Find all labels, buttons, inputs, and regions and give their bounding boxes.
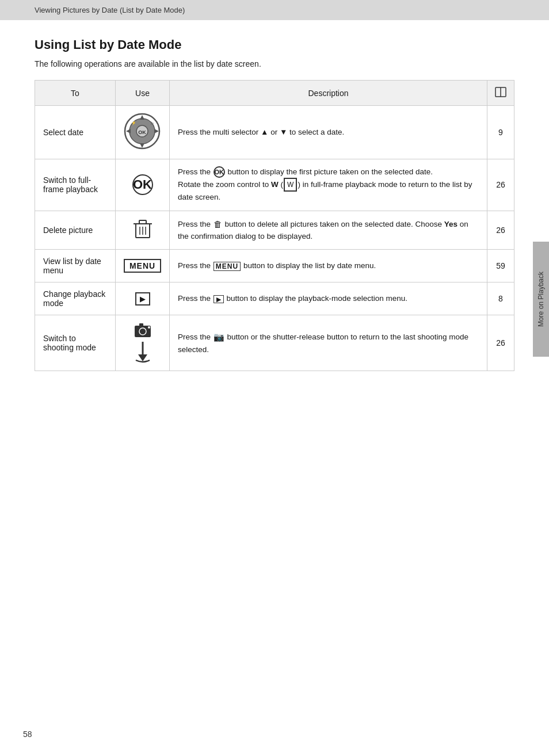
- row-to-playback: Change playback mode: [35, 282, 116, 315]
- row-use-select-date: OK ⚡ ▷: [116, 106, 170, 159]
- inline-w-box-icon: W: [284, 178, 297, 192]
- svg-marker-6: [140, 115, 144, 120]
- row-to-viewlist: View list by date menu: [35, 250, 116, 282]
- row-use-playback: ▶: [116, 282, 170, 315]
- row-use-shooting: [116, 315, 170, 371]
- shooting-icons: [124, 322, 161, 364]
- row-ref-viewlist: 59: [487, 250, 514, 282]
- col-header-description: Description: [170, 81, 487, 106]
- inline-play-icon: ▶: [214, 295, 224, 303]
- svg-marker-8: [126, 129, 131, 133]
- row-desc-delete: Press the 🗑 button to delete all picture…: [170, 211, 487, 250]
- main-content: Using List by Date Mode The following op…: [0, 20, 549, 406]
- menu-icon: MENU: [124, 259, 161, 273]
- svg-marker-7: [140, 143, 144, 148]
- subtitle: The following operations are available i…: [35, 59, 514, 68]
- page-title: Using List by Date Mode: [35, 37, 514, 52]
- row-to-fullframe: Switch to full-frame playback: [35, 159, 116, 211]
- row-ref-shooting: 26: [487, 315, 514, 371]
- table-row: Switch to shooting mode: [35, 315, 514, 371]
- camera-icon: [134, 322, 152, 338]
- svg-text:OK: OK: [138, 129, 146, 135]
- table-row: Change playback mode ▶ Press the ▶ butto…: [35, 282, 514, 315]
- row-use-viewlist: MENU: [116, 250, 170, 282]
- row-desc-shooting: Press the 📷 button or the shutter-releas…: [170, 315, 487, 371]
- col-header-use: Use: [116, 81, 170, 106]
- svg-point-21: [148, 326, 150, 329]
- row-desc-fullframe: Press the OK button to display the first…: [170, 159, 487, 211]
- multiselector-icon: OK ⚡ ▷: [124, 113, 161, 150]
- table-row: Switch to full-frame playback OK Press t…: [35, 159, 514, 211]
- svg-rect-20: [139, 323, 143, 326]
- svg-text:▷: ▷: [151, 121, 154, 125]
- inline-camera-icon: 📷: [214, 332, 224, 342]
- row-to-select-date: Select date: [35, 106, 116, 159]
- row-to-shooting: Switch to shooting mode: [35, 315, 116, 371]
- table-row: Select date OK: [35, 106, 514, 159]
- row-use-delete: [116, 211, 170, 250]
- main-table: To Use Description Select date: [35, 80, 514, 371]
- svg-rect-14: [139, 220, 146, 224]
- row-desc-select-date: Press the multi selector ▲ or ▼ to selec…: [170, 106, 487, 159]
- svg-marker-9: [154, 129, 159, 133]
- breadcrumb: Viewing Pictures by Date (List by Date M…: [0, 0, 549, 20]
- play-icon: ▶: [135, 292, 150, 306]
- book-icon: [494, 86, 507, 98]
- table-row: Delete picture Press the 🗑 button to del…: [35, 211, 514, 250]
- svg-marker-23: [138, 354, 147, 361]
- row-use-fullframe: OK: [116, 159, 170, 211]
- inline-trash-icon: 🗑: [214, 219, 222, 229]
- trash-icon: [134, 219, 152, 240]
- side-tab: More on Playback: [533, 242, 549, 357]
- row-ref-select-date: 9: [487, 106, 514, 159]
- row-to-delete: Delete picture: [35, 211, 116, 250]
- inline-menu-icon: MENU: [214, 262, 241, 271]
- svg-text:⚡: ⚡: [131, 120, 136, 125]
- table-row: View list by date menu MENU Press the ME…: [35, 250, 514, 282]
- col-header-to: To: [35, 81, 116, 106]
- shutter-release-icon: [131, 341, 154, 364]
- page-number: 58: [23, 730, 32, 739]
- inline-ok-icon: OK: [214, 166, 225, 178]
- ok-icon: OK: [132, 174, 153, 195]
- col-header-ref: [487, 81, 514, 106]
- row-desc-playback: Press the ▶ button to display the playba…: [170, 282, 487, 315]
- row-desc-viewlist: Press the MENU button to display the lis…: [170, 250, 487, 282]
- row-ref-playback: 8: [487, 282, 514, 315]
- row-ref-fullframe: 26: [487, 159, 514, 211]
- row-ref-delete: 26: [487, 211, 514, 250]
